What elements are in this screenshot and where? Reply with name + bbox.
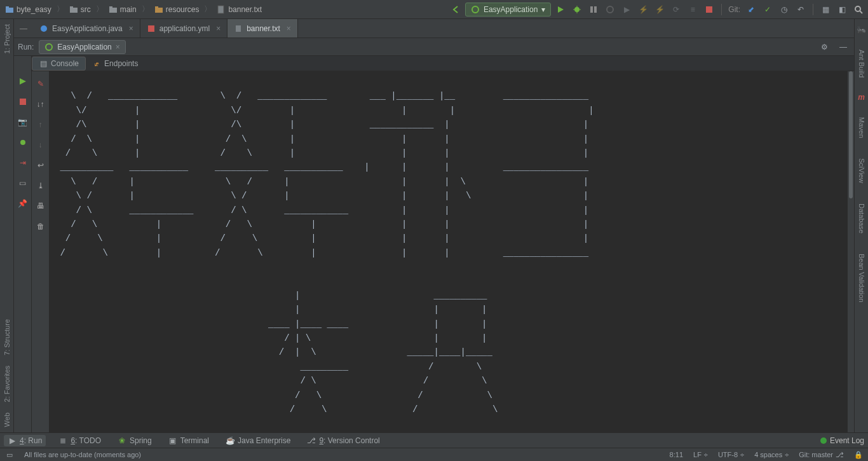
- layout-icon[interactable]: ▭: [17, 177, 29, 189]
- tool-structure-tab[interactable]: 7: Structure: [3, 314, 11, 361]
- editor-tab-easyapplication-java[interactable]: EasyApplication.java ×: [33, 19, 140, 38]
- event-log-button[interactable]: Event Log: [820, 436, 864, 445]
- tool-spring-tab[interactable]: ❀ Spring: [114, 435, 156, 446]
- dump-threads-icon[interactable]: 📷: [17, 116, 29, 128]
- tool-web-tab[interactable]: Web: [3, 408, 11, 432]
- rerun-icon[interactable]: [17, 75, 29, 88]
- tab-endpoints[interactable]: ⸙ Endpoints: [86, 57, 144, 70]
- project-structure-icon[interactable]: ▦: [818, 3, 832, 17]
- tool-project-tab[interactable]: 1: Project: [3, 19, 11, 58]
- status-encoding[interactable]: UTF-8 ÷: [718, 451, 744, 458]
- soft-wrap-icon[interactable]: ↩: [34, 159, 47, 172]
- status-bar: ▭ All files are up-to-date (moments ago)…: [0, 448, 868, 461]
- console-scrollbar[interactable]: [848, 71, 854, 432]
- breadcrumb-main-label: main: [120, 5, 137, 14]
- lock-icon[interactable]: 🔒: [854, 451, 863, 459]
- tool-ant-tab[interactable]: Ant Build: [858, 45, 865, 83]
- tool-todo-tab[interactable]: ≣ 6: TODO: [55, 435, 105, 446]
- git-revert-icon[interactable]: ↶: [794, 3, 808, 17]
- breadcrumb-main[interactable]: main: [106, 4, 139, 15]
- up-stack-icon[interactable]: ↓↑: [34, 98, 47, 111]
- breadcrumb-project-label: byte_easy: [17, 5, 51, 14]
- yaml-file-icon: [147, 24, 156, 33]
- stop-icon[interactable]: [17, 95, 29, 108]
- breadcrumb-file[interactable]: banner.txt: [214, 4, 264, 15]
- editor-tab-banner-txt[interactable]: banner.txt ×: [227, 19, 298, 38]
- trash-icon[interactable]: 🗑: [34, 220, 47, 233]
- tool-database-tab[interactable]: Database: [858, 198, 865, 238]
- tool-vcs-tab[interactable]: ⎇ 9: Version Control: [303, 435, 383, 446]
- tool-favorites-tab[interactable]: 2: Favorites: [3, 361, 11, 407]
- run-tool-header: Run: EasyApplication × ⚙ —: [14, 38, 854, 56]
- up-icon[interactable]: ↑: [34, 118, 47, 131]
- ant-icon: 🐜: [857, 25, 866, 34]
- close-icon[interactable]: ×: [129, 24, 133, 33]
- coverage-icon[interactable]: [587, 3, 600, 17]
- spring-icon: ❀: [118, 436, 126, 445]
- run-process-tab[interactable]: EasyApplication ×: [39, 40, 125, 54]
- run-config-label: EasyApplication: [484, 5, 538, 14]
- tool-maven-tab[interactable]: Maven: [858, 112, 865, 143]
- minimize-icon[interactable]: —: [836, 40, 850, 54]
- text-file-icon: [234, 24, 243, 33]
- close-icon[interactable]: ×: [287, 24, 291, 33]
- attach-icon[interactable]: ▶: [620, 3, 634, 17]
- edit-icon[interactable]: ✎: [34, 78, 47, 90]
- breadcrumb-sep: 〉: [140, 4, 151, 15]
- ide-settings-icon[interactable]: ◧: [835, 3, 849, 17]
- status-git-branch[interactable]: Git: master ⎇: [799, 451, 844, 459]
- debug-icon[interactable]: [570, 3, 584, 17]
- tool-run-tab[interactable]: ▶ 4: Run: [4, 435, 46, 446]
- svg-rect-21: [148, 25, 154, 32]
- tab-console[interactable]: ▤ Console: [32, 57, 86, 71]
- run-header-title: Run:: [18, 43, 34, 52]
- close-icon[interactable]: ×: [116, 43, 120, 52]
- gear-icon[interactable]: ⚙: [817, 40, 831, 54]
- profile-icon[interactable]: [603, 3, 617, 17]
- bottom-tool-bar: ▶ 4: Run ≣ 6: TODO ❀ Spring ▣ Terminal ☕…: [0, 432, 868, 448]
- hotswap-icon[interactable]: ⟳: [669, 3, 683, 17]
- console-icon: ▤: [39, 59, 48, 68]
- status-icon[interactable]: ▭: [5, 450, 14, 459]
- tab-label: application.yml: [159, 24, 210, 33]
- dropdown-arrow-icon: ▾: [541, 5, 545, 14]
- breadcrumb-src[interactable]: src: [67, 4, 93, 15]
- scrollbar-thumb[interactable]: [849, 71, 853, 198]
- hide-tool-window-icon[interactable]: —: [14, 19, 33, 38]
- print-icon[interactable]: 🖶: [34, 200, 47, 212]
- breadcrumb-resources[interactable]: resources: [152, 4, 202, 15]
- stop-icon[interactable]: [702, 3, 716, 17]
- git-history-icon[interactable]: ◷: [777, 3, 791, 17]
- tool-sciview-tab[interactable]: SciView: [858, 153, 865, 188]
- update-icon[interactable]: ⚡: [636, 3, 650, 17]
- breadcrumb-project[interactable]: byte_easy: [3, 4, 54, 15]
- status-line-separator[interactable]: LF ÷: [693, 451, 708, 458]
- close-icon[interactable]: ×: [216, 24, 220, 33]
- back-nav-icon[interactable]: [449, 3, 463, 17]
- console-output[interactable]: \ / _____________ \ / _____________ ___ …: [50, 71, 854, 432]
- svg-point-23: [46, 44, 52, 50]
- tool-terminal-tab[interactable]: ▣ Terminal: [165, 435, 213, 446]
- update2-icon[interactable]: ⚡: [653, 3, 667, 17]
- services-icon[interactable]: ≡: [686, 3, 700, 17]
- status-caret-pos[interactable]: 8:11: [670, 451, 683, 458]
- restart-debug-icon[interactable]: [17, 136, 29, 149]
- tool-bean-validation-tab[interactable]: Bean Validation: [858, 249, 865, 307]
- spring-boot-icon: [44, 43, 53, 52]
- exit-icon[interactable]: ⇥: [17, 156, 29, 169]
- status-indent[interactable]: 4 spaces ÷: [754, 451, 789, 458]
- scroll-end-icon[interactable]: ⤓: [34, 179, 47, 192]
- tool-java-ee-tab[interactable]: ☕ Java Enterprise: [222, 435, 294, 446]
- git-commit-icon[interactable]: ✓: [761, 3, 775, 17]
- folder-icon: [5, 5, 14, 14]
- down-icon[interactable]: ↓: [34, 139, 47, 151]
- endpoints-icon: ⸙: [92, 59, 101, 68]
- svg-rect-4: [109, 8, 117, 13]
- run-icon[interactable]: [553, 3, 567, 17]
- editor-tab-application-yml[interactable]: application.yml ×: [140, 19, 227, 38]
- run-configuration-select[interactable]: EasyApplication ▾: [465, 3, 551, 17]
- pin-icon[interactable]: 📌: [17, 197, 29, 210]
- git-update-icon[interactable]: ⬋: [744, 3, 758, 17]
- breadcrumb-src-label: src: [81, 5, 91, 14]
- search-everywhere-icon[interactable]: [851, 3, 865, 17]
